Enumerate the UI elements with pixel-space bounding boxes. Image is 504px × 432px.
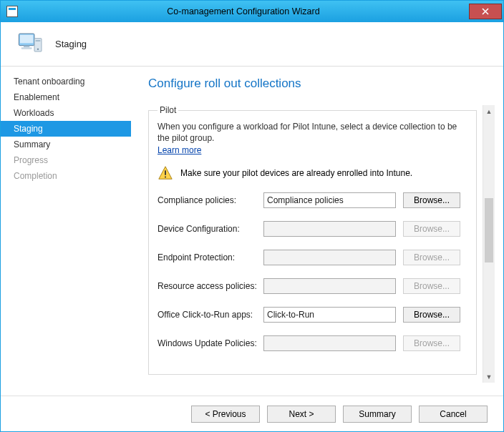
- workload-field: [263, 221, 396, 237]
- workload-field: [263, 250, 396, 265]
- computer-icon: [16, 30, 45, 59]
- workload-row: Device Configuration:Browse...: [158, 221, 467, 237]
- sidebar-step-staging[interactable]: Staging: [1, 121, 131, 137]
- workload-label: Resource access policies:: [158, 281, 263, 291]
- svg-rect-7: [36, 40, 41, 41]
- warning-icon: [158, 165, 173, 181]
- sidebar-step-summary[interactable]: Summary: [1, 137, 131, 152]
- workload-field[interactable]: [263, 307, 396, 323]
- previous-button[interactable]: < Previous: [191, 406, 260, 423]
- warning-text: Make sure your pilot devices are already…: [180, 168, 412, 178]
- workload-field[interactable]: [263, 192, 396, 208]
- sidebar-step-completion: Completion: [1, 168, 131, 184]
- sidebar-step-enablement[interactable]: Enablement: [1, 89, 131, 105]
- step-sidebar: Tenant onboardingEnablementWorkloadsStag…: [1, 67, 131, 396]
- workload-label: Windows Update Policies:: [158, 338, 263, 348]
- warning-row: Make sure your pilot devices are already…: [158, 165, 467, 181]
- content-area: Pilot When you configure a workload for …: [148, 105, 483, 383]
- browse-button[interactable]: Browse...: [403, 307, 460, 323]
- learn-more-link[interactable]: Learn more: [158, 145, 201, 155]
- close-icon: [482, 8, 489, 15]
- scroll-down-arrow[interactable]: ▼: [483, 370, 495, 383]
- workload-label: Device Configuration:: [158, 224, 263, 234]
- svg-point-8: [37, 48, 39, 50]
- close-button[interactable]: [469, 4, 502, 19]
- title-bar: Co-management Configuration Wizard: [1, 1, 503, 22]
- sidebar-step-workloads[interactable]: Workloads: [1, 105, 131, 121]
- browse-button: Browse...: [403, 221, 460, 237]
- pilot-legend: Pilot: [158, 105, 178, 115]
- wizard-header: Staging: [1, 22, 503, 67]
- svg-rect-3: [20, 34, 33, 43]
- wizard-footer: < Previous Next > Summary Cancel: [1, 396, 503, 431]
- workload-row: Compliance policies:Browse...: [158, 192, 467, 208]
- workload-label: Office Click-to-Run apps:: [158, 310, 263, 320]
- svg-rect-10: [165, 171, 166, 175]
- browse-button: Browse...: [403, 278, 460, 294]
- browse-button: Browse...: [403, 250, 460, 265]
- summary-button[interactable]: Summary: [343, 406, 412, 423]
- stage-title: Staging: [55, 39, 87, 49]
- workload-label: Compliance policies:: [158, 195, 263, 205]
- workload-row: Office Click-to-Run apps:Browse...: [158, 307, 467, 323]
- window-title: Co-management Configuration Wizard: [18, 6, 469, 16]
- vertical-scrollbar[interactable]: ▲ ▼: [483, 105, 495, 383]
- next-button[interactable]: Next >: [267, 406, 336, 423]
- svg-rect-4: [24, 45, 29, 47]
- scroll-area: Pilot When you configure a workload for …: [148, 105, 495, 383]
- workload-row: Endpoint Protection:Browse...: [158, 250, 467, 265]
- main-panel: Configure roll out collections Pilot Whe…: [131, 67, 503, 396]
- sidebar-step-progress: Progress: [1, 152, 131, 168]
- workload-row: Resource access policies:Browse...: [158, 278, 467, 294]
- wizard-body: Tenant onboardingEnablementWorkloadsStag…: [1, 67, 503, 396]
- scroll-up-arrow[interactable]: ▲: [483, 105, 495, 117]
- svg-rect-5: [21, 47, 32, 49]
- cancel-button[interactable]: Cancel: [419, 406, 488, 423]
- page-title: Configure roll out collections: [148, 77, 495, 91]
- workload-field: [263, 335, 396, 351]
- sidebar-step-tenant-onboarding[interactable]: Tenant onboarding: [1, 74, 131, 89]
- pilot-group: Pilot When you configure a workload for …: [148, 105, 477, 375]
- workload-row: Windows Update Policies:Browse...: [158, 335, 467, 351]
- browse-button: Browse...: [403, 335, 460, 351]
- svg-rect-11: [165, 177, 166, 178]
- browse-button[interactable]: Browse...: [403, 192, 460, 208]
- workload-field: [263, 278, 396, 294]
- pilot-description: When you configure a workload for Pilot …: [158, 121, 467, 144]
- scroll-thumb[interactable]: [485, 198, 493, 262]
- workload-label: Endpoint Protection:: [158, 252, 263, 262]
- system-icon: [6, 6, 18, 17]
